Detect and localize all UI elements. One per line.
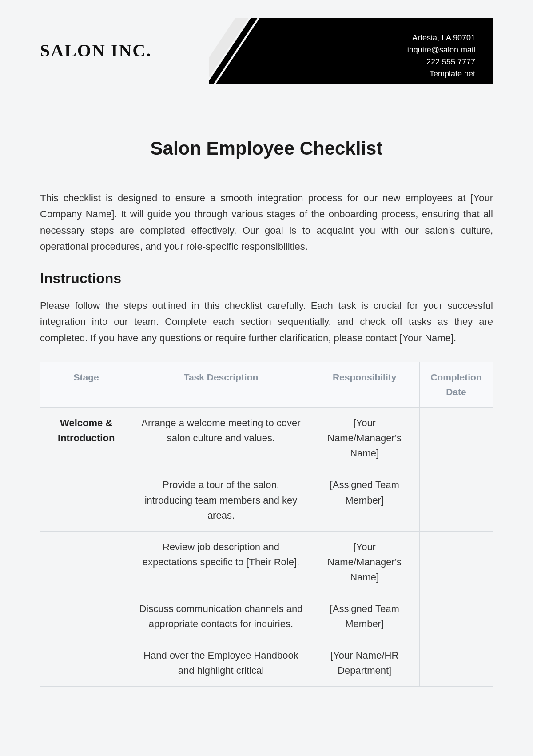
contact-info: Artesia, LA 90701 inquire@salon.mail 222…: [407, 32, 475, 80]
table-row: Hand over the Employee Handbook and high…: [40, 640, 493, 687]
cell-stage: [40, 469, 132, 531]
cell-stage: [40, 593, 132, 640]
contact-website: Template.net: [407, 68, 475, 80]
document-body: Salon Employee Checklist This checklist …: [40, 138, 493, 687]
intro-paragraph: This checklist is designed to ensure a s…: [40, 190, 493, 255]
cell-completion[interactable]: [419, 531, 493, 593]
table-row: Review job description and expectations …: [40, 531, 493, 593]
cell-stage: [40, 531, 132, 593]
cell-responsibility: [Your Name/Manager's Name]: [310, 408, 419, 469]
contact-phone: 222 555 7777: [407, 56, 475, 68]
cell-completion[interactable]: [419, 593, 493, 640]
contact-email: inquire@salon.mail: [407, 44, 475, 56]
cell-task: Hand over the Employee Handbook and high…: [132, 640, 310, 687]
contact-address: Artesia, LA 90701: [407, 32, 475, 44]
instructions-paragraph: Please follow the steps outlined in this…: [40, 298, 493, 346]
page: SALON INC. Artesia, LA 90701 inquire@sal…: [0, 0, 533, 687]
table-header-row: Stage Task Description Responsibility Co…: [40, 362, 493, 408]
cell-completion[interactable]: [419, 408, 493, 469]
cell-completion[interactable]: [419, 640, 493, 687]
cell-task: Review job description and expectations …: [132, 531, 310, 593]
cell-task: Provide a tour of the salon, introducing…: [132, 469, 310, 531]
table-row: Welcome & Introduction Arrange a welcome…: [40, 408, 493, 469]
col-task: Task Description: [132, 362, 310, 408]
col-stage: Stage: [40, 362, 132, 408]
cell-task: Arrange a welcome meeting to cover salon…: [132, 408, 310, 469]
table-row: Provide a tour of the salon, introducing…: [40, 469, 493, 531]
cell-responsibility: [Your Name/HR Department]: [310, 640, 419, 687]
instructions-heading: Instructions: [40, 270, 493, 287]
company-name: SALON INC.: [40, 40, 151, 61]
col-completion: Completion Date: [419, 362, 493, 408]
checklist-table: Stage Task Description Responsibility Co…: [40, 362, 493, 687]
document-title: Salon Employee Checklist: [40, 138, 493, 159]
cell-responsibility: [Assigned Team Member]: [310, 593, 419, 640]
cell-completion[interactable]: [419, 469, 493, 531]
document-header: SALON INC. Artesia, LA 90701 inquire@sal…: [40, 18, 493, 84]
table-row: Discuss communication channels and appro…: [40, 593, 493, 640]
cell-responsibility: [Assigned Team Member]: [310, 469, 419, 531]
cell-stage: [40, 640, 132, 687]
cell-responsibility: [Your Name/Manager's Name]: [310, 531, 419, 593]
cell-task: Discuss communication channels and appro…: [132, 593, 310, 640]
cell-stage: Welcome & Introduction: [40, 408, 132, 469]
col-responsibility: Responsibility: [310, 362, 419, 408]
